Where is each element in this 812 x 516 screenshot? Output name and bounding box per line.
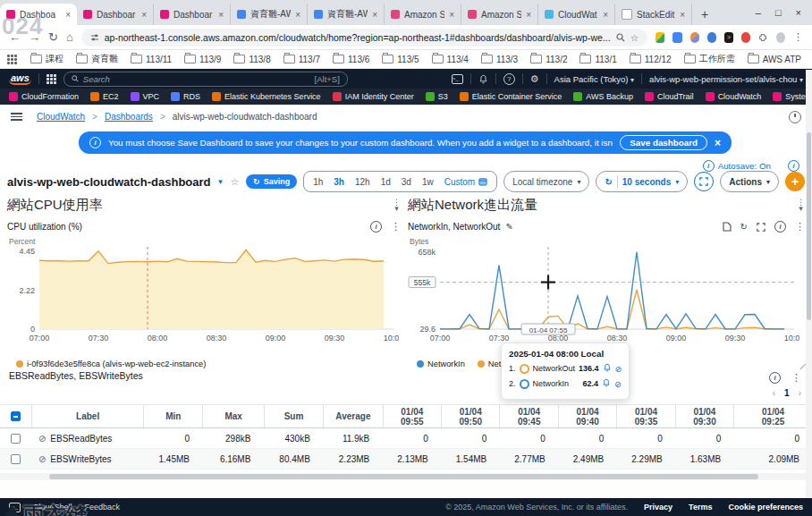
browser-tab[interactable]: 資育雛-AW× <box>231 4 308 25</box>
row-select-cell[interactable] <box>0 428 31 448</box>
extensions-puzzle-icon[interactable] <box>758 32 767 43</box>
time-range-1h[interactable]: 1h <box>313 177 323 187</box>
reload-icon[interactable]: ↻ <box>48 30 58 44</box>
new-tab-button[interactable]: + <box>696 5 714 23</box>
tab-close-icon[interactable]: × <box>372 10 377 20</box>
bookmark-item[interactable]: 113/11 <box>126 55 176 64</box>
no-alarm-icon[interactable]: ⊘ <box>614 379 622 389</box>
alarm-bell-icon[interactable] <box>603 363 612 372</box>
region-selector[interactable]: Asia Pacific (Tokyo) ▾ <box>554 74 635 84</box>
tab-close-icon[interactable]: × <box>218 10 224 20</box>
info-icon[interactable]: i <box>370 221 382 233</box>
network-chart[interactable]: Bytes658k29.607:0007:3008:0008:3009:0009… <box>408 236 805 358</box>
add-widget-button[interactable]: + <box>785 172 805 191</box>
alarm-bell-icon[interactable] <box>602 378 611 389</box>
page-number[interactable]: 1 <box>784 388 790 398</box>
extension-icon[interactable] <box>656 32 664 43</box>
widget-expand-icon[interactable] <box>757 223 765 232</box>
maximize-icon[interactable]: □ <box>775 7 782 18</box>
breadcrumb-cloudwatch[interactable]: CloudWatch <box>37 112 85 122</box>
privacy-link[interactable]: Privacy <box>644 503 672 512</box>
cloudshell-icon[interactable]: >_ <box>452 74 463 84</box>
service-shortcut[interactable]: S3 <box>426 92 448 101</box>
services-grid-icon[interactable] <box>47 74 56 84</box>
browser-tab[interactable]: Dashboar× <box>154 4 231 25</box>
browser-tab[interactable]: StackEdit× <box>615 4 692 25</box>
time-range-12h[interactable]: 12h <box>355 177 370 187</box>
profile-avatar[interactable] <box>776 32 785 43</box>
select-all-checkbox[interactable] <box>11 411 21 421</box>
legend-item[interactable]: NetworkIn <box>417 360 465 368</box>
scrollbar-thumb[interactable] <box>49 474 758 479</box>
settings-gear-icon[interactable]: ⚙ <box>530 73 539 85</box>
horizontal-scrollbar[interactable] <box>0 473 812 480</box>
browser-tab[interactable]: CloudWat× <box>538 4 615 25</box>
time-range-3h[interactable]: 3h <box>334 177 344 187</box>
footer-feedback[interactable]: Feedback <box>85 503 121 512</box>
breadcrumb-dashboards[interactable]: Dashboards <box>105 112 153 122</box>
service-shortcut[interactable]: CloudFormation <box>9 92 79 101</box>
home-icon[interactable]: ⌂ <box>66 30 73 44</box>
apps-grid-icon[interactable] <box>7 55 17 64</box>
timezone-dropdown[interactable]: Local timezone▾ <box>503 171 589 192</box>
bookmark-item[interactable]: 112/12 <box>625 55 676 64</box>
tab-close-icon[interactable]: × <box>680 10 685 20</box>
widget-drag-icon[interactable]: ⋮▾ <box>797 199 805 212</box>
site-settings-icon[interactable] <box>90 33 99 42</box>
bookmark-item[interactable]: 113/8 <box>229 55 275 64</box>
favorite-star-icon[interactable]: ☆ <box>230 176 239 188</box>
service-shortcut[interactable]: Elastic Container Service <box>460 92 562 101</box>
widget-refresh-icon[interactable]: ↻ <box>740 222 748 232</box>
bookmark-item[interactable]: 資育雛 <box>72 53 123 65</box>
url-field[interactable]: ap-northeast-1.console.aws.amazon.com/cl… <box>81 29 647 47</box>
bookmark-item[interactable]: 113/5 <box>377 55 423 64</box>
tab-close-icon[interactable]: × <box>449 10 454 20</box>
bookmark-item[interactable]: 113/4 <box>427 55 473 64</box>
time-range-1w[interactable]: 1w <box>422 177 434 187</box>
terminal-extension-icon[interactable]: > <box>724 32 733 43</box>
time-range-1d[interactable]: 1d <box>381 177 391 187</box>
alarm-bell-icon[interactable] <box>603 363 612 374</box>
browser-tab[interactable]: Amazon S× <box>461 4 538 25</box>
time-range-3d[interactable]: 3d <box>402 177 411 187</box>
minimize-icon[interactable]: – <box>756 7 761 18</box>
terms-link[interactable]: Terms <box>689 503 712 512</box>
extension-icon[interactable] <box>690 32 699 43</box>
network-chart-canvas[interactable]: Bytes658k29.607:0007:3008:0008:3009:0009… <box>408 236 799 356</box>
help-icon[interactable]: ? <box>503 73 515 85</box>
bookmark-item[interactable]: 課程 <box>26 53 68 65</box>
select-all-cell[interactable] <box>0 405 31 427</box>
extension-icon[interactable] <box>741 32 750 43</box>
time-range-custom[interactable]: Custom <box>444 177 487 187</box>
close-icon[interactable]: × <box>796 7 801 18</box>
browser-menu-icon[interactable]: ⋮ <box>793 31 803 43</box>
service-shortcut[interactable]: AWS Backup <box>573 92 633 101</box>
bookmark-star-icon[interactable]: ☆ <box>630 32 639 43</box>
cookie-preferences-link[interactable]: Cookie preferences <box>728 503 803 512</box>
bookmark-item[interactable]: 113/7 <box>279 55 325 64</box>
banner-close-icon[interactable]: × <box>715 137 721 149</box>
tab-close-icon[interactable]: × <box>295 10 300 20</box>
service-shortcut[interactable]: EC2 <box>90 92 119 101</box>
account-menu[interactable]: alvis-wp-web-permission-set/alvis-chou ▾ <box>649 74 803 84</box>
tab-close-icon[interactable]: × <box>603 10 608 20</box>
save-dashboard-button[interactable]: Save dashboard <box>620 135 707 150</box>
actions-dropdown[interactable]: Actions▾ <box>720 171 779 192</box>
service-shortcut[interactable]: IAM Identity Center <box>333 92 414 101</box>
legend-item[interactable]: i-0f93f6de3e5ffe8ca (alvis-wp-web-ec2-in… <box>16 360 206 368</box>
info-icon[interactable]: i <box>769 372 781 384</box>
bookmark-item[interactable]: 113/6 <box>328 55 374 64</box>
page-next-icon[interactable]: › <box>799 388 801 398</box>
bookmark-item[interactable]: 113/9 <box>180 55 225 64</box>
info-icon[interactable]: i <box>774 221 786 233</box>
service-shortcut[interactable]: VPC <box>131 92 160 101</box>
widget-menu-icon[interactable]: ⋮ <box>791 372 801 384</box>
page-prev-icon[interactable]: ‹ <box>773 388 775 398</box>
bookmark-item[interactable]: 113/3 <box>477 55 522 64</box>
refresh-interval-control[interactable]: ↻ 10 seconds ▾ <box>596 171 688 192</box>
cpu-chart[interactable]: Percent4.452.22007:0007:3008:0008:3009:0… <box>7 236 401 358</box>
widget-menu-icon[interactable]: ⋮ <box>391 221 401 233</box>
bookmark-item[interactable]: 113/2 <box>526 55 571 64</box>
metric-label-cell[interactable]: ⊘EBSReadBytes <box>31 428 143 448</box>
widget-drag-icon[interactable]: ⋮▾ <box>393 199 401 212</box>
